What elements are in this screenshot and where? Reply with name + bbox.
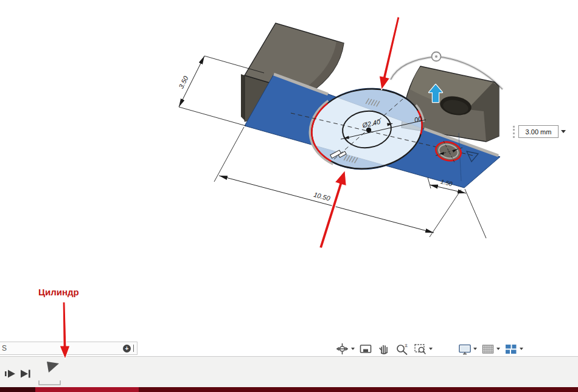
- chevron-down-icon: [561, 130, 566, 133]
- comments-bar[interactable]: S +: [0, 342, 138, 355]
- orbit-caret-icon: [351, 348, 355, 350]
- comments-bar-text: S: [2, 344, 7, 352]
- progress-segment-played: [35, 387, 139, 392]
- dim-height-text[interactable]: 3.50: [177, 74, 190, 89]
- orbit-button[interactable]: [334, 341, 356, 357]
- timeline-group-bracket: [39, 380, 60, 385]
- timeline-playhead-marker[interactable]: [47, 362, 59, 373]
- window-zoom-button[interactable]: [412, 341, 434, 357]
- viewports-icon: [504, 342, 518, 356]
- dimension-input-group: [513, 125, 568, 138]
- cylinder-annotation-label: Цилиндр: [38, 287, 79, 297]
- video-progress-bar[interactable]: [0, 387, 578, 392]
- app-window: Ø2.40 00 3.50 10.50 1.50: [0, 0, 578, 392]
- navigation-toolbar: ±: [333, 340, 525, 357]
- viewports-button[interactable]: [503, 341, 524, 357]
- zoom-icon: ±: [395, 342, 409, 356]
- dimension-input[interactable]: [518, 125, 559, 138]
- display-settings-button[interactable]: [456, 341, 478, 357]
- look-at-button[interactable]: [357, 341, 374, 357]
- zoom-plus-minus-glyph: ±: [405, 342, 408, 348]
- pan-button[interactable]: [375, 341, 392, 357]
- text-cursor: [133, 345, 134, 352]
- grid-and-snaps-button[interactable]: [479, 341, 501, 357]
- grid-caret-icon: [496, 348, 500, 350]
- window-zoom-icon: [413, 342, 428, 356]
- timeline: [0, 357, 578, 387]
- window-zoom-caret-icon: [429, 348, 433, 350]
- dim-length-text[interactable]: 10.50: [313, 191, 332, 202]
- display-settings-caret-icon: [473, 348, 477, 350]
- cad-viewport: Ø2.40 00 3.50 10.50 1.50: [0, 0, 578, 392]
- dimension-dropdown-button[interactable]: [559, 125, 568, 138]
- viewports-caret-icon: [520, 348, 523, 350]
- look-at-icon: [358, 342, 373, 356]
- progress-segment-dark: [0, 387, 35, 392]
- timeline-decorations: [0, 357, 79, 387]
- pan-icon: [377, 342, 391, 356]
- dialog-drag-handle[interactable]: [513, 126, 515, 138]
- annotation-arrow-bottom: [319, 170, 347, 249]
- zoom-button[interactable]: ±: [394, 341, 411, 357]
- orbit-icon: [335, 342, 350, 356]
- display-settings-icon: [458, 342, 472, 356]
- rotate-handle-dot: [435, 55, 437, 58]
- add-comment-icon[interactable]: +: [123, 345, 131, 352]
- grid-icon: [481, 342, 495, 356]
- annotation-arrow-top: [379, 17, 400, 91]
